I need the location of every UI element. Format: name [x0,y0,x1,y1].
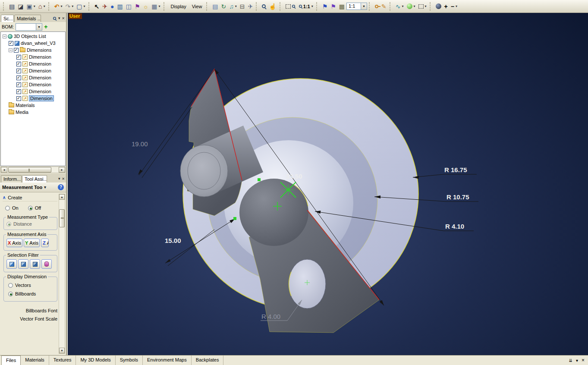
tab-materials-lib[interactable]: Materials [21,356,49,365]
flag-violet-button[interactable]: ⚑ [329,1,337,12]
light-button[interactable]: ☼ [142,1,150,12]
filter-face-button[interactable] [18,259,28,269]
grid-snap-button[interactable]: ▦▾ [150,1,161,12]
tree-node-dimensions[interactable]: Dimensions [1,47,65,53]
visibility-checkbox[interactable] [16,55,21,60]
book-button[interactable]: ▥ [116,1,124,12]
tree-horizontal-scrollbar[interactable]: ◄ ► [0,167,66,173]
scroll-right-icon[interactable]: ► [59,167,65,173]
animation-button[interactable]: ∿▾ [394,1,405,12]
close-icon[interactable]: × [62,176,65,181]
close-icon[interactable]: × [62,16,65,21]
page-preview-button[interactable]: ▤ [211,1,219,12]
toolbar-grip[interactable] [206,2,209,11]
close-icon[interactable]: × [582,357,585,363]
scene-canvas[interactable]: 19.00 33.50 15.00 R 16.75 R 10.75 R 4.10… [68,13,588,355]
undo-button[interactable]: ↶▾ [53,1,64,12]
library-button[interactable]: ◫ [125,1,133,12]
tool-header[interactable]: Measurement Too ▾ [0,182,66,192]
tree-node-media[interactable]: Media [1,109,65,116]
x-axis-button[interactable]: XAxis [6,239,22,247]
tree-node-materials[interactable]: Materials [1,102,65,109]
visibility-checkbox[interactable] [16,82,21,87]
tool-vertical-scrollbar[interactable]: ▲ ▼ [59,194,65,354]
toolbar-grip[interactable] [48,2,51,11]
scroll-up-icon[interactable]: ▲ [59,194,65,200]
render-mode-button[interactable]: ▾ [406,1,417,12]
dim-label-r4-10[interactable]: R 4.10 [445,223,464,230]
refresh-button[interactable]: ↻ [220,1,228,12]
toolbar-grip[interactable] [316,2,319,11]
dim-label-r4-00[interactable]: R 4.00 [261,313,280,320]
viewport-3d[interactable]: User [68,13,588,355]
pan-button[interactable]: ☝ [267,1,277,12]
tab-tool-assistant[interactable]: Tool Assi... [22,175,47,182]
select-cursor-button[interactable]: ↖ [93,1,101,12]
radio-vectors[interactable]: Vectors [6,281,55,289]
tool-menu-icon[interactable]: ▾ [44,185,46,189]
visibility-checkbox[interactable] [16,76,21,80]
fly-navigation-button[interactable]: ✈ [101,1,109,12]
panel-menu-icon[interactable]: ▾ [58,176,60,181]
home-view-button[interactable]: ⌂▾ [37,1,47,12]
toolbar-grip[interactable] [280,2,282,11]
toolbar-grip[interactable] [164,2,166,11]
scrollbar-thumb[interactable] [59,209,65,227]
toolbar-grip[interactable] [369,2,371,11]
dim-label-15[interactable]: 15.00 [165,237,181,244]
scroll-down-icon[interactable]: ▼ [59,348,65,353]
media-button[interactable]: ♫▾ [228,1,238,12]
tree-node-model[interactable]: divan_wheel_V3 [1,40,65,47]
dim-label-33-50[interactable]: 33.50 [286,173,302,180]
collapse-icon[interactable] [3,35,6,38]
filter-solid-button[interactable] [6,259,17,269]
scene-structure-button[interactable]: ▤ [8,1,16,12]
bom-select[interactable]: ▾ [16,23,42,31]
flag-blue-button[interactable]: ⚑ [321,1,329,12]
radio-off[interactable]: Off [28,205,41,211]
tree-node-dimension[interactable]: Dimension [1,67,65,74]
create-section-header[interactable]: ∧ Create [3,194,57,201]
zoom-button[interactable] [261,1,267,12]
bom-add-button[interactable]: + [44,23,47,30]
view-menu-button[interactable]: View [189,1,205,12]
zoom-one-to-one-button[interactable]: 1:1▾ [297,1,314,12]
visibility-checkbox[interactable] [14,48,19,53]
radio-on[interactable]: On [5,205,19,211]
tab-backplates[interactable]: Backplates [192,356,224,365]
tools-button[interactable]: ◪ [16,1,25,12]
texture-checker-button[interactable]: ▩ [338,1,346,12]
scale-select[interactable]: 1:1▾ [346,3,367,10]
print-button[interactable]: ⊟ [239,1,246,12]
tree-node-dimension[interactable]: Dimension [1,88,65,95]
dim-label-19[interactable]: 19.00 [132,140,148,148]
radio-billboards[interactable]: Billboards [6,289,55,298]
crop-button[interactable]: ▾ [417,1,428,12]
z-axis-button[interactable]: ZAxis [41,239,49,247]
window-layout-button[interactable]: ▣▾ [25,1,36,12]
tab-environment-maps[interactable]: Environment Maps [143,356,192,365]
toolbar-grip[interactable] [390,2,392,11]
toolbar-grip[interactable] [88,2,91,11]
scroll-left-icon[interactable]: ◄ [1,167,7,173]
tab-symbols[interactable]: Symbols [116,356,143,365]
tab-materials[interactable]: Materials ... [14,15,41,22]
tree-node-dimension[interactable]: Dimension [1,74,65,81]
tab-textures[interactable]: Textures [49,356,76,365]
visibility-checkbox[interactable] [9,41,13,46]
collapse-icon[interactable] [9,48,13,52]
part-hub[interactable] [239,179,308,246]
collapse-panel-icon[interactable]: ⇊ [569,358,572,363]
annotate-button[interactable]: ✎ [380,1,388,12]
orbit-button[interactable]: ● [109,1,115,12]
license-key-button[interactable] [374,1,380,12]
visibility-checkbox[interactable] [16,96,21,101]
find-icon[interactable] [53,16,56,19]
scrollbar-thumb[interactable] [8,167,51,173]
filter-edge-button[interactable] [30,259,40,269]
display-menu-button[interactable]: Display [168,1,189,12]
tree-node-dimension[interactable]: Dimension [1,81,65,88]
tree-node-dimension[interactable]: Dimension [1,60,65,67]
tab-information[interactable]: Inform... [1,175,22,182]
radio-distance[interactable]: Distance [6,221,55,227]
